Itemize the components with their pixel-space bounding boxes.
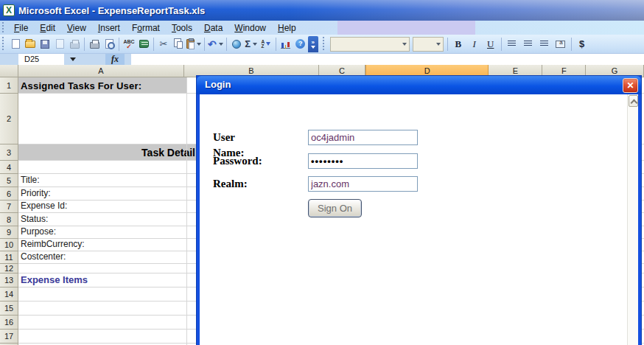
row-header-12[interactable]: 12 [0,264,18,273]
open-folder-button[interactable] [23,36,38,52]
row-header-17[interactable]: 17 [0,330,18,344]
dialog-scrollbar[interactable] [627,94,638,345]
menu-item-format[interactable]: Format [126,21,166,35]
print-preview-button[interactable] [102,36,116,52]
align-left-icon [508,41,516,47]
column-header-a[interactable]: A [18,65,184,77]
bold-button[interactable]: B [450,37,466,52]
chevron-down-icon [311,46,315,49]
cell-a8[interactable]: Status: [18,213,49,226]
login-dialog-titlebar: Login ✕ [197,76,641,94]
menu-bar-highlight [337,21,475,35]
standard-toolbar-handle[interactable] [1,37,5,52]
hyperlink-button[interactable] [229,36,244,52]
spelling-button[interactable]: ABC✓ [122,36,136,52]
insert-function-button[interactable]: fx [105,54,125,65]
row-header-15[interactable]: 15 [0,302,18,316]
menu-item-window[interactable]: Window [228,21,272,35]
cell-a9[interactable]: Purpose: [18,226,57,238]
formula-bar-input[interactable] [131,54,644,65]
toolbar-separator [447,38,448,51]
close-button[interactable]: ✕ [623,78,638,93]
name-box-dropdown-icon[interactable] [70,58,76,61]
row-header-2[interactable]: 2 [0,94,18,144]
research-icon [139,40,149,48]
toolbar-separator [153,38,154,51]
row-header-14[interactable]: 14 [0,288,18,302]
research-button[interactable] [136,36,151,52]
chevron-down-icon [436,43,441,46]
cell-a5[interactable]: Title: [18,174,41,187]
cell-a13[interactable]: Expense Items [18,273,89,287]
align-right-button[interactable] [536,37,553,52]
name-box[interactable]: D25 [18,54,64,65]
permission-button[interactable] [52,36,67,52]
font-name-dropdown[interactable] [330,37,410,52]
login-dialog: Login ✕ User Name:Password:Realm: Sign O… [197,76,641,345]
menu-item-view[interactable]: View [61,21,92,35]
scroll-up-button[interactable] [629,95,638,107]
print-button[interactable] [87,36,102,52]
italic-button[interactable]: I [466,37,483,52]
copy-button[interactable] [171,36,186,52]
currency-button[interactable]: $ [574,37,590,52]
align-center-button[interactable] [520,37,536,52]
menu-item-insert[interactable]: Insert [92,21,126,35]
dropdown-arrow-icon[interactable] [219,43,223,46]
row-header-11[interactable]: 11 [0,251,18,264]
row-header-7[interactable]: 7 [0,201,18,213]
sign-on-button[interactable]: Sign On [308,199,362,217]
username-input[interactable] [308,130,418,145]
cut-button[interactable]: ✂ [156,36,171,52]
toolbar-separator [119,38,119,51]
email-button[interactable] [67,36,82,52]
merge-center-button[interactable] [553,37,569,52]
window-titlebar: X Microsoft Excel - ExpenseReportTask.xl… [0,0,644,21]
dropdown-arrow-icon[interactable] [253,43,257,46]
row-header-10[interactable]: 10 [0,239,18,251]
help-button[interactable]: ? [293,36,308,52]
font-size-dropdown[interactable] [413,37,444,52]
sort-ascending-button[interactable]: AZ [259,36,273,52]
cell-a11[interactable]: Costcenter: [18,251,67,263]
row-header-13[interactable]: 13 [0,273,18,288]
cell-a3[interactable]: Task Detail [18,144,197,160]
row-header-5[interactable]: 5 [0,174,18,187]
toolbar-options-button[interactable]: » [308,36,318,52]
password-input[interactable] [308,153,418,169]
save-button[interactable] [38,36,52,52]
paste-button[interactable] [186,36,202,52]
align-right-icon [540,41,548,47]
paste-icon [186,39,195,49]
cell-a10[interactable]: ReimbCurrency: [18,239,86,251]
row-header-1[interactable]: 1 [0,77,18,94]
menu-item-data[interactable]: Data [198,21,228,35]
toolbar-drag-handle[interactable] [1,22,5,33]
row-header-8[interactable]: 8 [0,213,18,226]
formatting-toolbar-handle[interactable] [322,37,326,52]
cell-a1[interactable]: Assigned Tasks For User: [18,77,187,93]
undo-button[interactable]: ↶ [207,36,224,52]
autosum-button[interactable]: Σ [244,36,259,52]
select-all-corner[interactable] [0,65,18,77]
underline-button[interactable]: U [483,37,499,52]
align-left-button[interactable] [504,37,520,52]
password-label: Password: [213,153,262,169]
cell-a6[interactable]: Priority: [18,187,52,200]
print-preview-icon [105,39,113,49]
row-header-16[interactable]: 16 [0,316,18,330]
row-header-6[interactable]: 6 [0,187,18,201]
cell-a7[interactable]: Expense Id: [18,201,69,212]
menu-item-help[interactable]: Help [272,21,302,35]
menu-item-tools[interactable]: Tools [166,21,198,35]
chart-wizard-button[interactable] [279,36,293,52]
row-header-4[interactable]: 4 [0,161,18,174]
row-header-3[interactable]: 3 [0,144,18,161]
menu-item-file[interactable]: File [8,21,34,35]
menu-item-edit[interactable]: Edit [34,21,61,35]
new-document-button[interactable] [8,36,23,52]
autosum-icon: Σ [245,39,251,49]
dropdown-arrow-icon[interactable] [197,43,201,46]
realm-input[interactable] [308,176,418,192]
row-header-9[interactable]: 9 [0,226,18,239]
